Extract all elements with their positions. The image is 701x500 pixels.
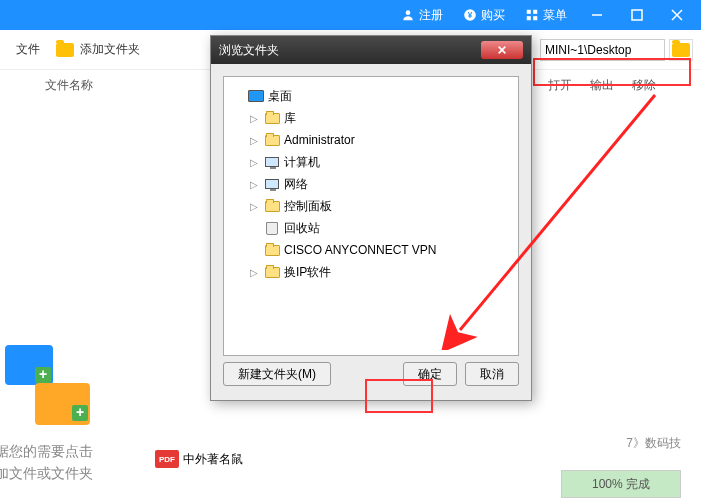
register-button[interactable]: 注册	[391, 0, 453, 30]
folder-icon	[265, 201, 280, 212]
expand-icon[interactable]: ▷	[250, 135, 260, 146]
illustration-add-files: ++	[0, 345, 90, 425]
trash-icon	[266, 222, 278, 235]
tree-label: 回收站	[284, 220, 320, 237]
tree-label: CISCO ANYCONNECT VPN	[284, 243, 436, 257]
file-button[interactable]: 文件	[8, 41, 48, 58]
browse-button[interactable]	[669, 39, 693, 61]
add-folder-button[interactable]: 添加文件夹	[48, 41, 148, 58]
tree-item-ip-software[interactable]: ▷换IP软件	[228, 261, 514, 283]
ok-button[interactable]: 确定	[403, 362, 457, 386]
tree-item-desktop[interactable]: 桌面	[228, 85, 514, 107]
maximize-icon	[631, 9, 643, 21]
list-item[interactable]: PDF 中外著名鼠	[155, 450, 243, 468]
tree-label: 换IP软件	[284, 264, 331, 281]
desktop-icon	[248, 90, 264, 102]
svg-rect-3	[527, 10, 531, 14]
tree-label: 计算机	[284, 154, 320, 171]
buy-label: 购买	[481, 7, 505, 24]
folder-icon	[265, 267, 280, 278]
svg-point-0	[406, 10, 411, 15]
dialog-titlebar[interactable]: 浏览文件夹	[211, 36, 531, 64]
register-label: 注册	[419, 7, 443, 24]
minimize-button[interactable]	[577, 0, 617, 30]
svg-text:¥: ¥	[468, 11, 473, 20]
progress-percent: 100%	[592, 477, 623, 491]
buy-button[interactable]: ¥ 购买	[453, 0, 515, 30]
col-export: 输出	[590, 77, 614, 94]
path-input[interactable]: MINI~1\Desktop	[540, 39, 665, 61]
tree-label: 库	[284, 110, 296, 127]
maximize-button[interactable]	[617, 0, 657, 30]
user-icon	[401, 8, 415, 22]
dialog-title: 浏览文件夹	[219, 42, 279, 59]
menu-button[interactable]: 菜单	[515, 0, 577, 30]
expand-icon[interactable]: ▷	[250, 267, 260, 278]
tree-item-cisco-vpn[interactable]: CISCO ANYCONNECT VPN	[228, 239, 514, 261]
pdf-icon: PDF	[155, 450, 179, 468]
expand-icon[interactable]: ▷	[250, 179, 260, 190]
minimize-icon	[591, 9, 603, 21]
folder-icon	[265, 245, 280, 256]
grid-icon	[525, 8, 539, 22]
new-folder-button[interactable]: 新建文件夹(M)	[223, 362, 331, 386]
menu-label: 菜单	[543, 7, 567, 24]
tree-item-control-panel[interactable]: ▷控制面板	[228, 195, 514, 217]
folder-tree[interactable]: 桌面 ▷库 ▷Administrator ▷计算机 ▷网络 ▷控制面板 回收站 …	[223, 76, 519, 356]
network-icon	[265, 179, 279, 189]
browse-folder-dialog: 浏览文件夹 桌面 ▷库 ▷Administrator ▷计算机 ▷网络 ▷控制面…	[210, 35, 532, 401]
yen-icon: ¥	[463, 8, 477, 22]
svg-rect-8	[632, 10, 642, 20]
tree-label: Administrator	[284, 133, 355, 147]
svg-rect-5	[527, 16, 531, 20]
folder-icon	[672, 43, 690, 57]
col-remove: 移除	[632, 77, 656, 94]
tree-label: 桌面	[268, 88, 292, 105]
tree-label: 网络	[284, 176, 308, 193]
close-button[interactable]	[657, 0, 697, 30]
add-folder-label: 添加文件夹	[80, 41, 140, 58]
close-icon	[671, 9, 683, 21]
expand-icon[interactable]: ▷	[250, 201, 260, 212]
tree-item-recycle-bin[interactable]: 回收站	[228, 217, 514, 239]
path-text: MINI~1\Desktop	[545, 43, 631, 57]
svg-rect-6	[533, 16, 537, 20]
app-titlebar: 注册 ¥ 购买 菜单	[0, 0, 701, 30]
progress-label: 完成	[626, 476, 650, 493]
folder-icon	[265, 113, 280, 124]
dialog-close-button[interactable]	[481, 41, 523, 59]
tree-item-libraries[interactable]: ▷库	[228, 107, 514, 129]
folder-icon	[265, 135, 280, 146]
hint-text-1: 据您的需要点击 加文件或文件夹	[0, 440, 93, 485]
tree-label: 控制面板	[284, 198, 332, 215]
svg-rect-4	[533, 10, 537, 14]
close-icon	[497, 45, 507, 55]
col-open: 打开	[548, 77, 572, 94]
col-name: 文件名称	[45, 77, 93, 94]
tree-item-network[interactable]: ▷网络	[228, 173, 514, 195]
folder-icon	[56, 43, 74, 57]
file-label: 文件	[16, 41, 40, 58]
expand-icon[interactable]: ▷	[250, 157, 260, 168]
tree-item-administrator[interactable]: ▷Administrator	[228, 129, 514, 151]
progress-bar: 100% 完成	[561, 470, 681, 498]
pdf-filename: 中外著名鼠	[183, 451, 243, 468]
cancel-button[interactable]: 取消	[465, 362, 519, 386]
expand-icon[interactable]: ▷	[250, 113, 260, 124]
tree-item-computer[interactable]: ▷计算机	[228, 151, 514, 173]
status-badge: 7》数码技	[626, 435, 681, 452]
computer-icon	[265, 157, 279, 167]
